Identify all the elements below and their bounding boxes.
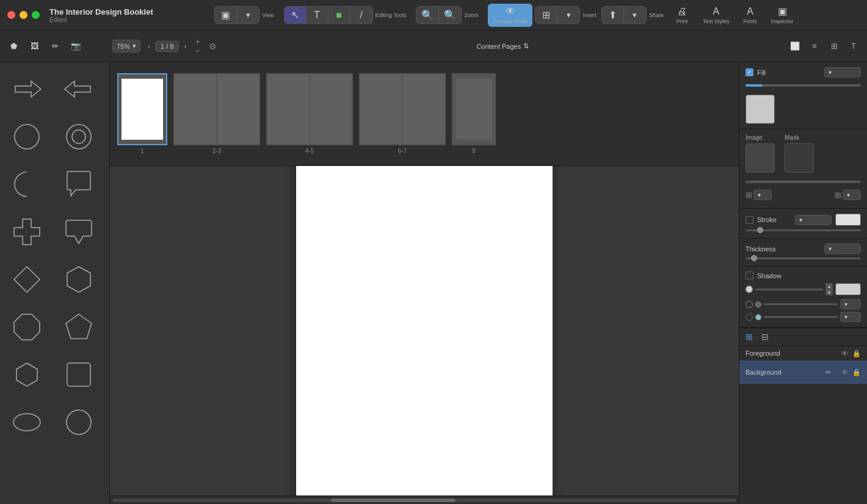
stroke-slider[interactable] <box>745 229 861 231</box>
pen-tool-button[interactable]: / <box>350 7 372 23</box>
fill-slider[interactable] <box>745 81 861 90</box>
view-dropdown-button[interactable]: ▾ <box>237 8 259 22</box>
fonts-button[interactable]: A Fonts <box>737 4 764 27</box>
arrange-icon-button[interactable]: ⊞ <box>825 38 843 55</box>
text-tool-button[interactable]: T <box>307 7 328 23</box>
scrollbar-thumb[interactable] <box>331 499 455 502</box>
draw-button[interactable]: ✏ <box>46 40 63 52</box>
text-layout-icon-button[interactable]: ≡ <box>806 38 823 55</box>
ring-shape[interactable] <box>57 115 101 159</box>
foreground-lock-toggle[interactable]: 🔒 <box>852 349 861 358</box>
circle-shape[interactable] <box>5 115 49 159</box>
shadow-x-track[interactable] <box>764 303 838 305</box>
shadow-y-radio[interactable] <box>745 314 753 321</box>
stroke-slider-handle[interactable] <box>757 227 763 233</box>
background-visibility-toggle[interactable]: 👁 <box>840 368 849 376</box>
thumbnail-8[interactable]: 8 <box>452 73 496 154</box>
select-tool-button[interactable]: ↖ <box>285 7 307 23</box>
thumb-page-4-5[interactable] <box>266 73 353 145</box>
shadow-y-track[interactable] <box>764 316 838 318</box>
thumb-page-1[interactable] <box>117 73 167 145</box>
thickness-dropdown[interactable]: ▾ <box>824 243 861 254</box>
grid-tab-button[interactable]: ⊟ <box>759 331 771 343</box>
insert-button[interactable]: ⊞ <box>535 7 557 23</box>
cross-shape[interactable] <box>5 210 49 254</box>
pentagon-shape[interactable] <box>57 305 101 349</box>
right-arrow-shape[interactable] <box>5 67 49 111</box>
minus-button[interactable]: − <box>194 46 201 55</box>
image-thumbnail[interactable] <box>745 143 775 173</box>
left-arrow-shape[interactable] <box>57 67 101 111</box>
media-button[interactable]: 📷 <box>67 40 84 52</box>
zoom-in-button[interactable]: 🔍 <box>439 7 461 23</box>
canvas-container[interactable] <box>110 166 739 495</box>
hexagon-shape[interactable] <box>57 257 101 301</box>
shadow-offset-slider[interactable] <box>755 289 823 290</box>
diamond-shape[interactable] <box>5 257 49 301</box>
inspector-button[interactable]: ▣ Inspector <box>766 3 799 27</box>
stroke-color-swatch[interactable] <box>835 214 861 226</box>
stroke-checkbox[interactable] <box>745 216 753 224</box>
text-styles-button[interactable]: A Text Styles <box>698 4 735 27</box>
minimize-button[interactable] <box>20 11 27 19</box>
shadow-y-dropdown[interactable]: ▾ <box>840 312 861 322</box>
thickness-slider[interactable] <box>745 257 861 259</box>
thumb-page-6-7[interactable] <box>359 73 446 145</box>
settings-button[interactable]: ⚙ <box>206 39 219 54</box>
content-pages-button[interactable]: Content Pages ⇅ <box>476 42 529 50</box>
foreground-layer-row[interactable]: Foreground 👁 🔒 <box>739 346 867 361</box>
view-button[interactable]: ▣ <box>215 7 237 23</box>
image-slider[interactable] <box>745 178 861 186</box>
speech-bubble-shape[interactable] <box>57 162 101 206</box>
share-button[interactable]: ⬆ <box>602 7 624 23</box>
shadow-step-up[interactable]: ▲ <box>825 283 833 289</box>
thumb-page-2-3[interactable] <box>173 73 260 145</box>
thumbnail-2-3[interactable]: 2-3 <box>173 73 260 154</box>
next-page-button[interactable]: › <box>181 41 189 52</box>
prev-page-button[interactable]: ‹ <box>145 41 153 52</box>
thumbnail-1[interactable]: 1 <box>117 73 167 154</box>
rounded-square-shape[interactable] <box>57 353 101 397</box>
shadow-checkbox[interactable] <box>745 272 753 279</box>
fill-type-dropdown[interactable]: ▾ <box>824 67 861 77</box>
add-button[interactable]: + <box>194 37 201 46</box>
shadow-step-down[interactable]: ▼ <box>825 289 833 295</box>
hexagon-outline-shape[interactable] <box>5 353 49 397</box>
print-button[interactable]: 🖨 Print <box>669 4 695 27</box>
ellipse-shape[interactable] <box>5 400 49 444</box>
thickness-slider-handle[interactable] <box>751 255 757 261</box>
shadow-color-swatch[interactable] <box>835 283 861 295</box>
foreground-visibility-toggle[interactable]: 👁 <box>840 349 849 358</box>
shape-tool-button[interactable]: ■ <box>328 7 350 23</box>
banner-shape[interactable] <box>57 210 101 254</box>
preview-mode-button[interactable]: 👁 Preview Mode <box>488 4 532 27</box>
thumb-page-8[interactable] <box>452 73 496 145</box>
share-dropdown-button[interactable]: ▾ <box>624 8 646 22</box>
close-button[interactable] <box>7 11 15 19</box>
stroke-type-dropdown[interactable]: ▾ <box>795 215 832 225</box>
style-icon-button[interactable]: T <box>845 38 862 55</box>
background-lock-toggle[interactable]: 🔒 <box>852 368 861 376</box>
circle-outline-shape[interactable] <box>57 400 101 444</box>
image-layout-dropdown[interactable]: ▾ <box>843 190 861 200</box>
images-button[interactable]: 🖼 <box>26 40 43 52</box>
insert-dropdown-button[interactable]: ▾ <box>557 8 579 22</box>
page-layout-icon-button[interactable]: ⬜ <box>786 38 804 55</box>
background-edit-button[interactable]: ✏ <box>819 364 836 381</box>
fill-color-swatch[interactable] <box>745 95 775 124</box>
shadow-x-dropdown[interactable]: ▾ <box>840 299 861 309</box>
mask-thumbnail[interactable] <box>785 143 814 173</box>
image-fit-dropdown[interactable]: ▾ <box>753 190 772 200</box>
octagon-shape[interactable] <box>5 305 49 349</box>
zoom-out-button[interactable]: 🔍 <box>416 7 439 23</box>
shapes-button[interactable]: ⬟ <box>5 40 22 52</box>
horizontal-scrollbar[interactable] <box>110 495 739 504</box>
fill-checkbox[interactable]: ✓ <box>745 68 753 76</box>
scrollbar-track[interactable] <box>112 499 736 502</box>
zoom-selector[interactable]: 75% ▾ <box>112 40 140 52</box>
thumbnail-4-5[interactable]: 4-5 <box>266 73 353 154</box>
background-layer-row[interactable]: Background ✏ 👁 🔒 <box>739 361 867 384</box>
maximize-button[interactable] <box>32 11 40 19</box>
layers-tab-button[interactable]: ⊞ <box>743 331 755 343</box>
shadow-x-radio[interactable] <box>745 301 753 308</box>
